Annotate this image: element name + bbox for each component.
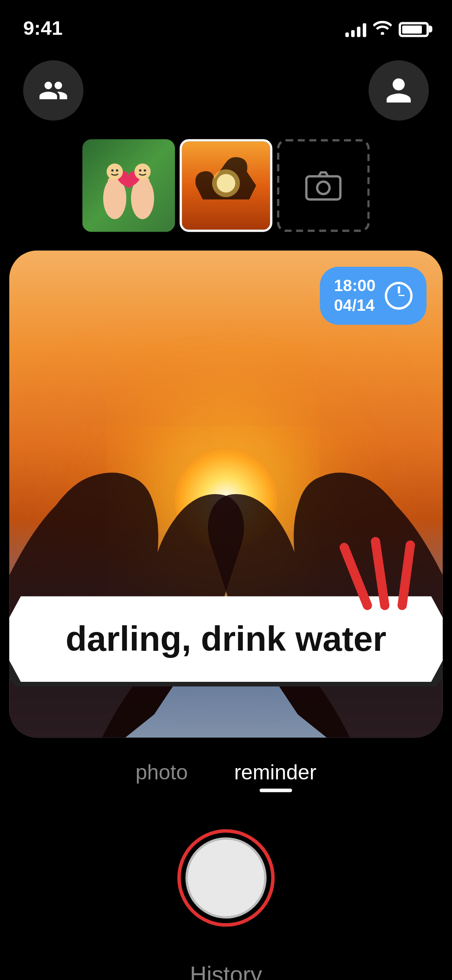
svg-point-11 — [212, 169, 240, 197]
tab-reminder-label: reminder — [234, 761, 316, 784]
battery-icon — [399, 21, 429, 36]
add-photo-button[interactable] — [277, 139, 370, 232]
svg-line-16 — [402, 545, 410, 606]
timer-icon — [385, 281, 412, 309]
camera-add-icon — [305, 167, 342, 204]
thumbnail-hands-heart[interactable] — [180, 139, 272, 232]
time-badge[interactable]: 18:00 04/14 — [320, 267, 426, 324]
tab-photo-label: photo — [136, 761, 188, 784]
svg-point-8 — [139, 169, 141, 172]
header — [0, 51, 452, 139]
history-label: History — [190, 962, 262, 980]
message-text: darling, drink water — [66, 619, 386, 659]
status-bar: 9:41 — [0, 0, 452, 51]
svg-point-6 — [111, 169, 114, 172]
wifi-icon — [373, 20, 392, 38]
group-button[interactable] — [23, 60, 83, 121]
status-time: 9:41 — [23, 18, 62, 41]
svg-point-13 — [317, 182, 330, 194]
svg-rect-12 — [306, 176, 340, 199]
thumbnail-finger-hearts[interactable] — [82, 139, 175, 232]
tab-reminder[interactable]: reminder — [234, 761, 316, 792]
main-image-card: 18:00 04/14 darling, drink water — [9, 250, 443, 738]
shutter-inner-circle — [185, 837, 267, 918]
thumbnail-strip — [0, 139, 452, 250]
finger-hearts-art — [82, 139, 175, 232]
svg-point-9 — [144, 169, 146, 172]
svg-point-7 — [116, 169, 118, 172]
sparkles — [327, 536, 420, 622]
badge-date: 04/14 — [334, 296, 375, 315]
group-icon — [38, 75, 68, 106]
status-icons — [345, 20, 429, 38]
time-badge-text: 18:00 04/14 — [334, 276, 375, 315]
svg-line-14 — [344, 547, 367, 605]
profile-button[interactable] — [369, 60, 429, 121]
svg-line-15 — [375, 542, 385, 605]
shutter-area — [0, 802, 452, 950]
history-section[interactable]: History — [0, 950, 452, 980]
svg-point-5 — [134, 163, 151, 180]
shutter-button[interactable] — [177, 829, 275, 927]
signal-icon — [345, 21, 366, 37]
svg-point-4 — [107, 163, 123, 180]
tab-photo[interactable]: photo — [136, 761, 188, 792]
hands-heart-art — [182, 142, 270, 230]
badge-time: 18:00 — [334, 276, 375, 296]
profile-icon — [384, 75, 414, 106]
tab-bar: photo reminder — [0, 738, 452, 801]
